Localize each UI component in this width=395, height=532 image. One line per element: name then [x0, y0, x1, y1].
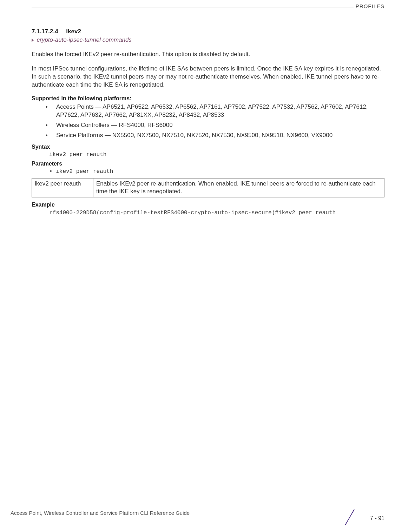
list-item: Wireless Controllers — RFS4000, RFS6000	[46, 121, 384, 129]
intro-paragraph-2: In most IPSec tunnel configurations, the…	[32, 65, 384, 89]
breadcrumb[interactable]: crypto-auto-ipsec-tunnel commands	[32, 36, 384, 43]
footer-title: Access Point, Wireless Controller and Se…	[11, 510, 190, 516]
supported-heading: Supported in the following platforms:	[32, 95, 384, 102]
breadcrumb-link[interactable]: crypto-auto-ipsec-tunnel commands	[37, 36, 132, 43]
page-footer: Access Point, Wireless Controller and Se…	[11, 510, 384, 524]
page-header: PROFILES	[32, 7, 384, 19]
footer-slash-icon	[342, 509, 358, 526]
section-heading: 7.1.17.2.4 ikev2	[32, 28, 384, 35]
supported-list: Access Points — AP6521, AP6522, AP6532, …	[46, 103, 384, 140]
page-content: 7.1.17.2.4 ikev2 crypto-auto-ipsec-tunne…	[0, 19, 395, 216]
section-title: ikev2	[66, 28, 81, 35]
parameters-heading: Parameters	[32, 161, 384, 167]
example-code: rfs4000-229D58(config-profile-testRFS400…	[49, 209, 384, 216]
syntax-heading: Syntax	[32, 144, 384, 150]
section-number: 7.1.17.2.4	[32, 28, 58, 35]
header-category: PROFILES	[354, 3, 384, 9]
syntax-code: ikev2 peer reauth	[49, 151, 384, 158]
list-item: Service Platforms — NX5500, NX7500, NX75…	[46, 132, 384, 140]
intro-paragraph-1: Enables the forced IKEv2 peer re-authent…	[32, 50, 384, 59]
example-heading: Example	[32, 202, 384, 208]
table-row: ikev2 peer reauth Enables IKEv2 peer re-…	[32, 178, 384, 197]
list-item: Access Points — AP6521, AP6522, AP6532, …	[46, 103, 384, 119]
arrow-right-icon	[32, 39, 34, 42]
footer-page-number: 7 - 91	[370, 515, 384, 521]
parameters-table: ikev2 peer reauth Enables IKEv2 peer re-…	[32, 178, 384, 198]
param-name-cell: ikev2 peer reauth	[32, 178, 93, 197]
parameters-bullet: • ikev2 peer reauth	[49, 168, 384, 175]
param-desc-cell: Enables IKEv2 peer re-authentication. Wh…	[93, 178, 384, 197]
